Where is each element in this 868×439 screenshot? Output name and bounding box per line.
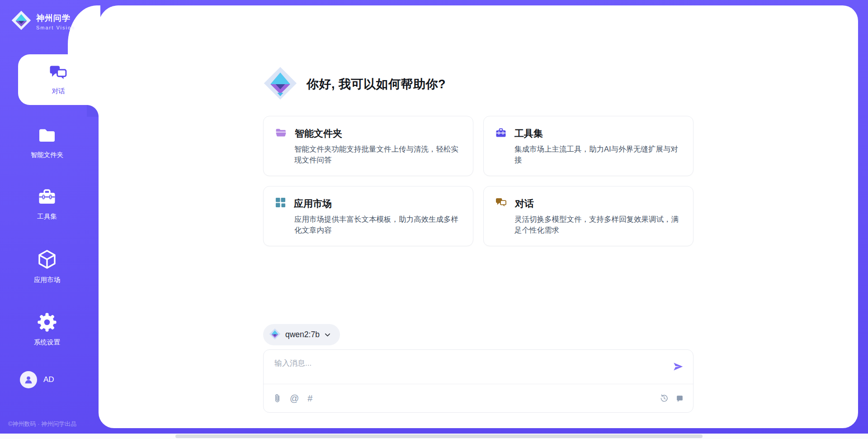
model-selector[interactable]: qwen2:7b [263,324,340,345]
card-title: 应用市场 [294,197,332,210]
user-account[interactable]: AD [20,371,99,388]
card-toolset[interactable]: 工具集 集成市场上主流工具，助力AI与外界无缝扩展与对接 [483,116,693,176]
attachment-icon[interactable] [274,394,281,403]
card-smart-folder[interactable]: 智能文件夹 智能文件夹功能支持批量文件上传与清洗，轻松实现文件问答 [263,116,473,176]
card-title: 工具集 [514,127,543,140]
composer: qwen2:7b [263,324,693,428]
message-input[interactable] [274,358,672,378]
model-diamond-icon [269,328,281,342]
send-icon[interactable] [672,361,684,384]
feature-cards: 智能文件夹 智能文件夹功能支持批量文件上传与清洗，轻松实现文件问答 工具集 集成… [263,116,693,246]
chat-icon [495,197,507,210]
sidebar-item-label: 系统设置 [34,338,60,347]
grid-icon [275,197,286,210]
card-description: 应用市场提供丰富长文本模板，助力高效生成多样化文章内容 [294,214,461,236]
sidebar: 神州问学 Smart Vision 对话 智能文件夹 [0,0,99,434]
sidebar-item-settings[interactable]: 系统设置 [0,312,94,347]
sidebar-item-smart-folder[interactable]: 智能文件夹 [0,126,94,159]
briefcase-icon [495,128,506,139]
comment-icon[interactable] [675,394,684,403]
briefcase-icon [37,187,57,208]
brand-subtitle: Smart Vision [36,25,75,30]
history-icon[interactable] [660,394,669,403]
card-description: 灵活切换多模型文件，支持多样回复效果调试，满足个性化需求 [514,214,681,236]
avatar [20,371,37,388]
sidebar-item-label: 智能文件夹 [31,151,64,159]
sidebar-item-label: 工具集 [37,212,57,221]
chat-icon [49,64,67,83]
card-title: 智能文件夹 [295,127,342,140]
window-scrollbar[interactable] [0,434,868,439]
card-title: 对话 [515,197,534,210]
copyright-text: ©神州数码 · 神州问学出品 [0,420,99,434]
model-name: qwen2:7b [285,330,320,339]
user-name: AD [43,375,54,384]
card-description: 智能文件夹功能支持批量文件上传与清洗，轻松实现文件问答 [294,144,461,166]
hero-diamond-icon [263,66,297,102]
person-icon [24,375,33,385]
folder-open-icon [275,128,287,139]
scrollbar-thumb[interactable] [175,434,703,438]
brand-logo: 神州问学 Smart Vision [0,0,99,33]
brand-diamond-icon [11,10,32,33]
folder-icon [37,126,57,147]
sidebar-item-label: 对话 [52,87,65,95]
greeting-title: 你好, 我可以如何帮助你? [307,76,446,92]
card-app-market[interactable]: 应用市场 应用市场提供丰富长文本模板，助力高效生成多样化文章内容 [263,186,473,246]
card-description: 集成市场上主流工具，助力AI与外界无缝扩展与对接 [514,144,681,166]
mention-icon[interactable]: @ [290,394,299,403]
hashtag-icon[interactable]: # [307,394,312,403]
sidebar-item-chat[interactable]: 对话 [18,54,99,105]
cube-icon [37,249,57,272]
greeting-row: 你好, 我可以如何帮助你? [263,66,693,102]
chevron-down-icon [324,331,331,338]
sidebar-item-app-market[interactable]: 应用市场 [0,249,94,284]
message-input-box: @ # [263,349,693,413]
main-content: 你好, 我可以如何帮助你? 智能文件夹 智能文件夹功能支持批量文件上传与清洗，轻… [99,5,858,428]
sidebar-item-label: 应用市场 [34,276,60,284]
card-chat[interactable]: 对话 灵活切换多模型文件，支持多样回复效果调试，满足个性化需求 [483,186,693,246]
gear-icon [37,312,57,334]
brand-name: 神州问学 [36,13,75,24]
sidebar-item-toolset[interactable]: 工具集 [0,187,94,221]
